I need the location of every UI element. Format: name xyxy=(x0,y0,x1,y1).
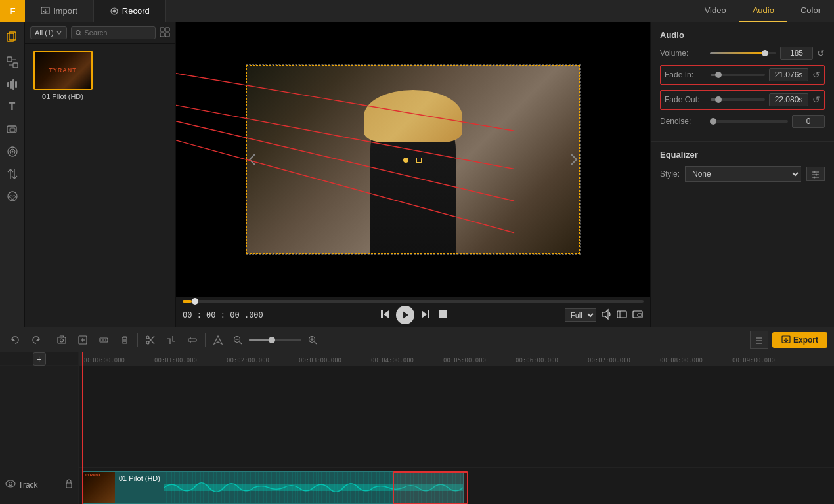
cut-button[interactable] xyxy=(142,331,159,348)
tab-audio[interactable]: Audio xyxy=(739,0,787,22)
nav-right-arrow[interactable] xyxy=(568,65,580,254)
denoise-slider[interactable] xyxy=(710,120,788,123)
track-labels: + Track xyxy=(0,352,79,504)
crop-button[interactable] xyxy=(163,331,180,348)
detach-audio-button[interactable] xyxy=(95,331,112,348)
fade-out-reset-icon[interactable]: ↺ xyxy=(812,94,820,105)
add-clip-button[interactable] xyxy=(74,331,91,348)
fullscreen-icon[interactable] xyxy=(616,308,628,322)
svg-rect-25 xyxy=(165,28,169,32)
fade-in-slider[interactable] xyxy=(711,74,765,76)
track-lock-icon[interactable] xyxy=(65,479,73,490)
grid-view-button[interactable] xyxy=(160,27,170,39)
zoom-in-button[interactable] xyxy=(305,333,320,347)
tab-video[interactable]: Video xyxy=(691,0,739,22)
volume-slider[interactable] xyxy=(710,52,776,54)
tab-import[interactable]: Import xyxy=(25,0,94,22)
video-dot1 xyxy=(403,158,408,163)
delete-button[interactable] xyxy=(116,331,133,348)
skip-forward-button[interactable] xyxy=(420,308,431,322)
denoise-label: Denoise: xyxy=(660,117,706,126)
skip-back-button[interactable] xyxy=(379,308,391,322)
sidebar-effects-icon[interactable] xyxy=(3,142,22,161)
timeline-settings-button[interactable] xyxy=(750,331,768,349)
adjust-button[interactable] xyxy=(184,331,201,348)
tab-record[interactable]: Record xyxy=(94,0,166,22)
fade-out-slider[interactable] xyxy=(711,98,765,101)
svg-marker-67 xyxy=(214,336,222,344)
audio-section: Audio Volume: 185 ↺ Fade In: xyxy=(651,22,834,142)
fade-in-reset-icon[interactable]: ↺ xyxy=(812,70,820,80)
redo-button[interactable] xyxy=(28,331,45,348)
timeline-tracks-area[interactable]: 00:00:00.000 00:01:00.000 00:02:00.000 0… xyxy=(79,352,834,504)
sidebar-text-icon[interactable]: T xyxy=(3,97,22,117)
filter-label: All (1) xyxy=(35,29,54,37)
arrows-icon xyxy=(7,168,18,180)
media-item[interactable]: TYRANT 01 Pilot (HD) xyxy=(32,51,94,100)
equalizer-settings-button[interactable] xyxy=(806,167,825,181)
style-row: Style: None Bass Treble xyxy=(660,166,825,182)
export-button[interactable]: Export xyxy=(772,332,827,348)
effects-icon xyxy=(7,146,18,158)
svg-marker-34 xyxy=(403,311,408,319)
stop-button[interactable] xyxy=(437,308,449,322)
svg-rect-64 xyxy=(188,339,196,341)
timeline-body: + Track xyxy=(0,352,834,504)
track-visibility-icon[interactable] xyxy=(5,480,16,490)
media-filter-dropdown[interactable]: All (1) xyxy=(30,26,67,39)
progress-bar[interactable] xyxy=(183,300,644,303)
svg-point-3 xyxy=(112,9,116,12)
tracks-body: TYRANT 01 Pilot (HD) xyxy=(79,366,834,504)
svg-marker-38 xyxy=(602,310,608,319)
preview-area: 00 : 00 : 00 .000 xyxy=(176,22,650,327)
play-button[interactable] xyxy=(396,306,414,324)
preview-video xyxy=(176,22,650,297)
svg-rect-15 xyxy=(10,128,15,132)
fade-out-label: Fade Out: xyxy=(665,95,707,104)
add-track-button[interactable]: + xyxy=(33,352,46,366)
import-icon xyxy=(41,7,50,16)
media-panel: All (1) TYRANT xyxy=(25,22,176,327)
media-search-box[interactable] xyxy=(71,26,156,39)
svg-point-80 xyxy=(6,480,15,487)
right-controls: Full 1/2 1/4 xyxy=(565,308,644,322)
audio-sidebar-icon xyxy=(7,79,18,91)
svg-rect-33 xyxy=(381,310,383,318)
svg-point-46 xyxy=(814,171,816,173)
sidebar-transitions2-icon[interactable] xyxy=(3,164,22,184)
quality-select[interactable]: Full 1/2 1/4 xyxy=(565,308,596,322)
add-track-area[interactable]: + xyxy=(0,352,78,366)
playback-buttons xyxy=(379,306,449,324)
svg-rect-37 xyxy=(439,310,447,318)
sidebar-transitions-icon[interactable] xyxy=(3,52,22,72)
svg-rect-12 xyxy=(12,79,14,90)
nav-left-arrow[interactable] xyxy=(246,65,258,254)
equalizer-style-select[interactable]: None Bass Treble xyxy=(685,166,801,182)
timeline-clip[interactable]: TYRANT 01 Pilot (HD) xyxy=(83,471,464,504)
svg-marker-35 xyxy=(422,310,427,318)
marker-button[interactable] xyxy=(209,331,227,348)
sidebar-sticker-icon[interactable] xyxy=(3,186,22,206)
video-frame xyxy=(246,64,581,255)
volume-reset-icon[interactable]: ↺ xyxy=(817,48,825,58)
zoom-out-button[interactable] xyxy=(230,333,245,347)
search-input[interactable] xyxy=(84,29,151,37)
undo-button[interactable] xyxy=(7,331,24,348)
media-thumbnail: TYRANT xyxy=(33,51,93,90)
media-content: TYRANT 01 Pilot (HD) xyxy=(25,44,175,327)
svg-rect-26 xyxy=(160,33,164,37)
sidebar-media-icon[interactable] xyxy=(3,28,22,47)
app-logo: F xyxy=(0,0,25,22)
svg-point-18 xyxy=(11,151,13,153)
media-item-name: 01 Pilot (HD) xyxy=(42,93,83,100)
tab-color[interactable]: Color xyxy=(787,0,834,22)
zoom-slider[interactable] xyxy=(249,339,301,341)
volume-icon[interactable] xyxy=(600,308,612,322)
sidebar-audio-icon[interactable] xyxy=(3,75,22,94)
playhead-ruler xyxy=(82,352,83,366)
snapshot-button[interactable] xyxy=(53,331,70,348)
clip-name: 01 Pilot (HD) xyxy=(119,474,160,482)
sidebar-overlay-icon[interactable] xyxy=(3,119,22,139)
svg-marker-50 xyxy=(36,337,39,341)
pip-icon[interactable] xyxy=(632,308,644,322)
